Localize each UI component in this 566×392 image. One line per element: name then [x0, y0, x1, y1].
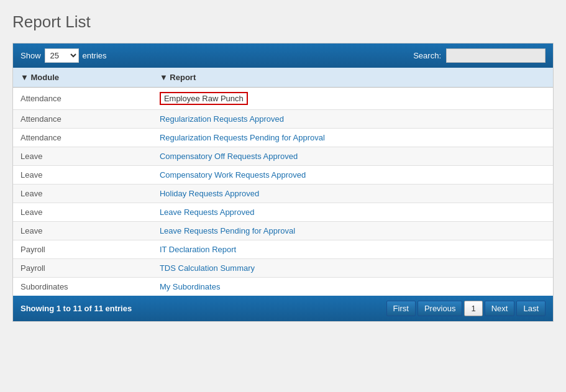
- table-container: Show 25 10 50 100 entries Search: ▼ Modu…: [12, 43, 554, 322]
- report-cell: Compensatory Work Requests Approved: [152, 166, 553, 185]
- last-button[interactable]: Last: [516, 301, 545, 316]
- report-cell: Compensatory Off Requests Approved: [152, 147, 553, 166]
- footer-info: Showing 1 to 11 of 11 entries: [21, 304, 132, 313]
- report-link[interactable]: Compensatory Work Requests Approved: [160, 170, 306, 180]
- table-row: LeaveHoliday Requests Approved: [13, 185, 553, 203]
- table-row: PayrollTDS Calculation Summary: [13, 259, 553, 278]
- report-link[interactable]: IT Declaration Report: [160, 245, 236, 254]
- module-cell: Leave: [13, 185, 152, 203]
- table-row: SubordinatesMy Subordinates: [13, 278, 553, 296]
- report-link[interactable]: My Subordinates: [160, 282, 221, 291]
- table-row: LeaveCompensatory Off Requests Approved: [13, 147, 553, 166]
- report-link[interactable]: Compensatory Off Requests Approved: [160, 152, 298, 161]
- search-label: Search:: [413, 51, 441, 60]
- table-footer: Showing 1 to 11 of 11 entries First Prev…: [13, 296, 553, 321]
- table-row: AttendanceRegularization Requests Approv…: [13, 110, 553, 129]
- search-box: Search:: [413, 48, 545, 63]
- report-link[interactable]: Holiday Requests Approved: [160, 189, 259, 198]
- module-cell: Attendance: [13, 110, 152, 129]
- table-row: LeaveCompensatory Work Requests Approved: [13, 166, 553, 185]
- page-title: Report List: [12, 12, 554, 32]
- entries-label: entries: [83, 51, 107, 60]
- module-cell: Payroll: [13, 259, 152, 278]
- report-link[interactable]: Regularization Requests Approved: [160, 114, 284, 124]
- table-row: PayrollIT Declaration Report: [13, 240, 553, 259]
- module-cell: Leave: [13, 166, 152, 185]
- search-input[interactable]: [446, 48, 545, 63]
- table-body: AttendanceEmployee Raw PunchAttendanceRe…: [13, 88, 553, 296]
- module-cell: Attendance: [13, 88, 152, 110]
- report-link[interactable]: TDS Calculation Summary: [160, 263, 255, 273]
- table-row: LeaveLeave Requests Approved: [13, 203, 553, 222]
- table-row: AttendanceEmployee Raw Punch: [13, 88, 553, 110]
- report-cell: Regularization Requests Approved: [152, 110, 553, 129]
- report-highlighted-link[interactable]: Employee Raw Punch: [160, 92, 248, 105]
- module-cell: Attendance: [13, 129, 152, 147]
- module-cell: Payroll: [13, 240, 152, 259]
- next-button[interactable]: Next: [485, 301, 515, 316]
- report-cell: TDS Calculation Summary: [152, 259, 553, 278]
- table-row: AttendanceRegularization Requests Pendin…: [13, 129, 553, 147]
- report-cell: Employee Raw Punch: [152, 88, 553, 110]
- entries-select[interactable]: 25 10 50 100: [45, 48, 79, 63]
- module-cell: Subordinates: [13, 278, 152, 296]
- report-column-header[interactable]: ▼ Report: [152, 68, 553, 88]
- table-row: LeaveLeave Requests Pending for Approval: [13, 222, 553, 240]
- report-table: ▼ Module ▼ Report AttendanceEmployee Raw…: [13, 68, 553, 296]
- report-cell: Regularization Requests Pending for Appr…: [152, 129, 553, 147]
- first-button[interactable]: First: [386, 301, 416, 316]
- table-header-row: ▼ Module ▼ Report: [13, 68, 553, 88]
- module-column-header[interactable]: ▼ Module: [13, 68, 152, 88]
- previous-button[interactable]: Previous: [418, 301, 463, 316]
- report-link[interactable]: Leave Requests Approved: [160, 207, 255, 217]
- report-link[interactable]: Leave Requests Pending for Approval: [160, 226, 295, 235]
- pagination: First Previous 1 Next Last: [386, 301, 545, 316]
- report-cell: Leave Requests Approved: [152, 203, 553, 222]
- module-cell: Leave: [13, 222, 152, 240]
- module-cell: Leave: [13, 147, 152, 166]
- report-cell: IT Declaration Report: [152, 240, 553, 259]
- module-cell: Leave: [13, 203, 152, 222]
- report-cell: My Subordinates: [152, 278, 553, 296]
- page-1-button[interactable]: 1: [464, 301, 482, 316]
- show-label: Show: [21, 51, 41, 60]
- report-cell: Holiday Requests Approved: [152, 185, 553, 203]
- page-wrapper: Report List Show 25 10 50 100 entries Se…: [0, 0, 566, 328]
- show-entries: Show 25 10 50 100 entries: [21, 48, 107, 63]
- report-cell: Leave Requests Pending for Approval: [152, 222, 553, 240]
- table-toolbar: Show 25 10 50 100 entries Search:: [13, 43, 553, 68]
- report-link[interactable]: Regularization Requests Pending for Appr…: [160, 133, 325, 142]
